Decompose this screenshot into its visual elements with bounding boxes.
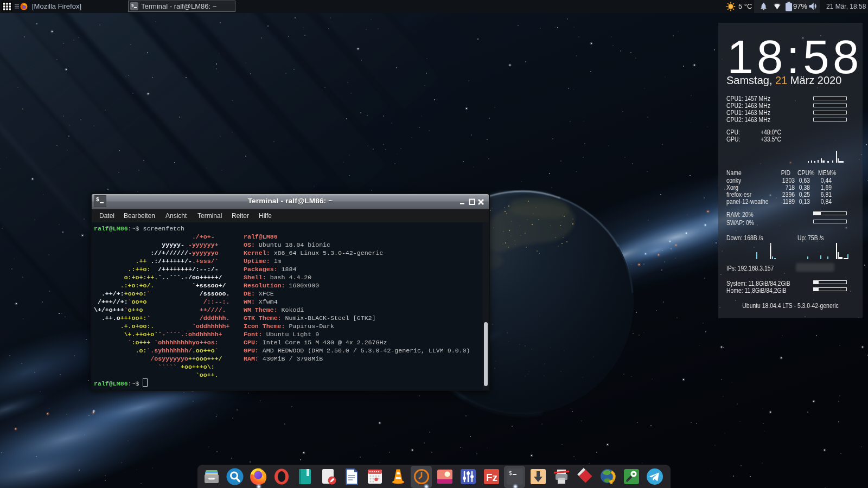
- svg-text:Fz: Fz: [486, 472, 497, 483]
- svg-text:$: $: [131, 3, 134, 8]
- svg-text:$: $: [509, 471, 512, 477]
